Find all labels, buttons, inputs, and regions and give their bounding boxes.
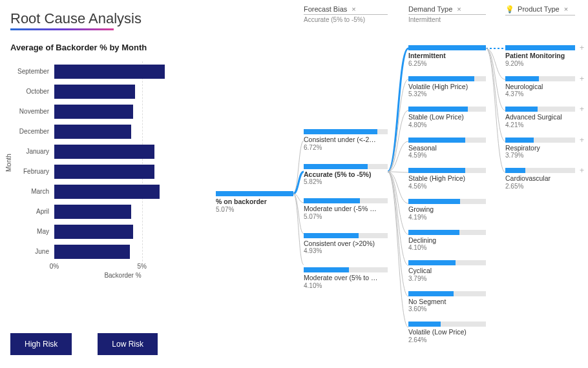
tree-node[interactable]: Volatile (High Price)5.32% <box>408 76 486 98</box>
tree-node[interactable]: Declining4.10% <box>408 230 486 252</box>
tree-node[interactable]: Volatile (Low Price)2.64% <box>408 322 486 343</box>
node-label: Moderate over (5% to … <box>304 274 388 282</box>
node-label: Moderate under (-5% … <box>304 205 388 213</box>
node-label: Accurate (5% to -5%) <box>304 170 388 179</box>
node-label: Consistent over (>20%) <box>304 240 388 248</box>
dim-header-sub: Intermittent <box>408 16 486 23</box>
high-risk-button[interactable]: High Risk <box>10 333 72 355</box>
node-value: 4.93% <box>304 247 388 254</box>
node-label: Volatile (High Price) <box>408 83 486 91</box>
tree-node[interactable]: Advanced Surgical4.21%+ <box>505 107 575 128</box>
tree-node[interactable]: No Segment3.60% <box>408 291 486 313</box>
tree-node[interactable]: Consistent under (<-2…6.72% <box>304 129 388 151</box>
node-value: 5.32% <box>408 90 486 97</box>
dim-header-forecast-bias[interactable]: Forecast Bias × Accurate (5% to -5%) <box>304 5 388 23</box>
bar-category-label: May <box>10 228 54 235</box>
tree-node[interactable]: Moderate over (5% to …4.10% <box>304 267 388 289</box>
dim-header-demand-type[interactable]: Demand Type × Intermittent <box>408 5 486 23</box>
node-value: 3.79% <box>505 152 575 159</box>
close-icon[interactable]: × <box>564 5 568 13</box>
bar-row[interactable]: October <box>10 81 191 101</box>
node-value: 4.10% <box>408 244 486 251</box>
node-label: Declining <box>408 236 486 245</box>
node-value: 4.19% <box>408 214 486 221</box>
expand-icon[interactable]: + <box>580 76 584 81</box>
node-value: 5.82% <box>304 178 388 185</box>
expand-icon[interactable]: + <box>580 45 584 50</box>
chart-title: Average of Backorder % by Month <box>10 43 191 52</box>
node-label: Cyclical <box>408 267 486 275</box>
tree-node[interactable]: Seasonal4.59% <box>408 138 486 159</box>
node-label: Seasonal <box>408 144 486 152</box>
node-value: 4.56% <box>408 183 486 190</box>
bar-row[interactable]: November <box>10 101 191 121</box>
tree-node[interactable]: Accurate (5% to -5%)5.82% <box>304 164 388 186</box>
node-value: 4.10% <box>304 282 388 289</box>
tree-node[interactable]: Moderate under (-5% …5.07% <box>304 198 388 220</box>
lightbulb-icon: 💡 <box>505 5 514 13</box>
node-value: 6.25% <box>408 60 486 67</box>
node-label: Growing <box>408 205 486 214</box>
tree-node[interactable]: Stable (High Price)4.56% <box>408 168 486 190</box>
dim-header-sub: Accurate (5% to -5%) <box>304 16 388 23</box>
node-label: Stable (High Price) <box>408 174 486 183</box>
node-label: Patient Monitoring <box>505 52 575 60</box>
dim-header-product-type[interactable]: 💡 Product Type × <box>505 5 575 17</box>
tree-root-node[interactable]: % on backorder 5.07% <box>216 191 293 213</box>
dim-header-title: Demand Type <box>408 5 452 13</box>
tree-node[interactable]: Neurological4.37%+ <box>505 76 575 98</box>
node-label: No Segment <box>408 298 486 306</box>
bar-row[interactable]: June <box>10 241 191 261</box>
tree-node[interactable]: Intermittent6.25% <box>408 45 486 67</box>
dim-header-title: Product Type <box>518 5 560 13</box>
node-label: Respiratory <box>505 144 575 152</box>
expand-icon[interactable]: + <box>580 107 584 112</box>
node-label: Volatile (Low Price) <box>408 328 486 336</box>
node-value: 9.20% <box>505 60 575 67</box>
bar-row[interactable]: May <box>10 221 191 241</box>
node-value: 5.07% <box>304 213 388 220</box>
node-value: 3.60% <box>408 305 486 312</box>
bar-row[interactable]: March <box>10 181 191 201</box>
node-label: Advanced Surgical <box>505 113 575 121</box>
tree-node[interactable]: Growing4.19% <box>408 199 486 221</box>
bar-row[interactable]: September <box>10 61 191 81</box>
bar-category-label: October <box>10 88 54 95</box>
tree-node[interactable]: Patient Monitoring9.20%+ <box>505 45 575 67</box>
tree-node[interactable]: Stable (Low Price)4.80% <box>408 107 486 128</box>
bar-category-label: February <box>10 168 54 175</box>
tree-node[interactable]: Cyclical3.79% <box>408 260 486 282</box>
backorder-by-month-chart: Average of Backorder % by Month Month Se… <box>10 43 191 279</box>
expand-icon[interactable]: + <box>580 168 584 173</box>
tree-node[interactable]: Respiratory3.79%+ <box>505 138 575 159</box>
node-value: 4.80% <box>408 121 486 128</box>
bar-category-label: March <box>10 188 54 195</box>
bar-category-label: September <box>10 68 54 75</box>
bar-row[interactable]: January <box>10 141 191 161</box>
node-value: 4.21% <box>505 121 575 128</box>
node-label: % on backorder <box>216 198 293 206</box>
low-risk-button[interactable]: Low Risk <box>98 333 158 355</box>
tree-node[interactable]: Cardiovascular2.65%+ <box>505 168 575 190</box>
node-value: 4.59% <box>408 152 486 159</box>
node-value: 6.72% <box>304 144 388 151</box>
dim-header-title: Forecast Bias <box>304 5 347 13</box>
bar-category-label: April <box>10 208 54 215</box>
bar-row[interactable]: February <box>10 161 191 181</box>
node-value: 2.64% <box>408 336 486 343</box>
tree-node[interactable]: Consistent over (>20%)4.93% <box>304 233 388 255</box>
node-value: 3.79% <box>408 275 486 282</box>
expand-icon[interactable]: + <box>580 138 584 143</box>
close-icon[interactable]: × <box>457 5 461 13</box>
node-label: Consistent under (<-2… <box>304 136 388 144</box>
bar-row[interactable]: December <box>10 121 191 141</box>
node-label: Neurological <box>505 83 575 91</box>
close-icon[interactable]: × <box>352 5 355 13</box>
node-label: Intermittent <box>408 52 486 60</box>
title-underline <box>10 28 114 30</box>
bar-row[interactable]: April <box>10 201 191 221</box>
node-value: 2.65% <box>505 183 575 190</box>
bar-category-label: December <box>10 128 54 135</box>
bar-category-label: November <box>10 108 54 115</box>
x-tick-label: 0% <box>50 263 59 270</box>
